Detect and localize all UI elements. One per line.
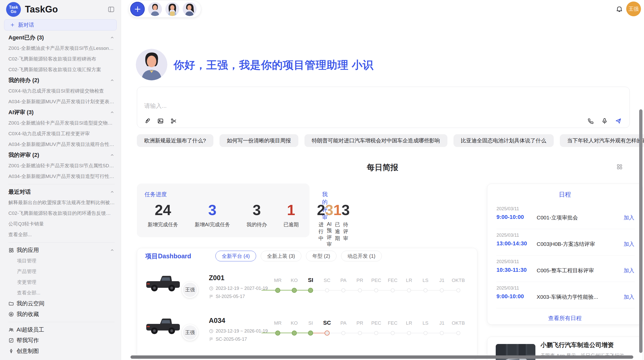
- recent-chat-item[interactable]: C02-飞腾新能源轻客改款项目的闭环通告反馈情况: [8, 208, 115, 219]
- section-header[interactable]: 我的评审 (2): [8, 150, 115, 160]
- suggestion-chip[interactable]: 当下年轻人对汽车外观有怎样的喜好趋势: [560, 134, 644, 147]
- avatar[interactable]: [165, 2, 179, 16]
- recent-header[interactable]: 最近对话: [8, 187, 115, 197]
- milestone: FEC: [385, 271, 401, 301]
- app-link[interactable]: 变更管理: [8, 277, 115, 288]
- folder-icon: [8, 301, 14, 306]
- chevron-up-icon[interactable]: [110, 78, 115, 83]
- recent-view-all[interactable]: 查看全部...: [8, 229, 115, 240]
- app-link[interactable]: 项目管理: [8, 256, 115, 266]
- layout-grid-icon[interactable]: [616, 163, 623, 170]
- chevron-up-icon[interactable]: [110, 153, 115, 158]
- drawing-row[interactable]: 创意制图: [8, 346, 115, 356]
- stat: 1 已逾期: [333, 202, 342, 248]
- stat: 2 进行中: [317, 202, 325, 248]
- project-dates: 2023-12-19 ~ 2027-01-19: [209, 286, 268, 291]
- avatar[interactable]: [183, 2, 197, 16]
- bell-icon[interactable]: [616, 5, 623, 13]
- dashboard-tab[interactable]: 年型 (2): [306, 251, 336, 261]
- milestone-dot: [456, 288, 460, 292]
- suggestion-chip[interactable]: 如何写一份清晰的项目周报: [219, 134, 298, 147]
- milestone-dot: [407, 331, 411, 335]
- section-title: AI评审 (3): [8, 109, 34, 116]
- project-row[interactable]: 王强 A034 2023-12-19 ~ 2026-01-19 SC-2025-…: [145, 313, 475, 356]
- chevron-up-icon[interactable]: [110, 248, 115, 253]
- recent-title: 最近对话: [8, 188, 31, 196]
- my-apps-row[interactable]: 我的应用: [8, 245, 115, 256]
- milestone-label: LR: [401, 278, 417, 283]
- milestone: J1: [434, 313, 450, 344]
- section-header[interactable]: Agent已办 (3): [8, 32, 115, 43]
- sidebar-task-item[interactable]: A034-全新新能源MUV产品开发项目造型可行性评审: [8, 171, 115, 182]
- stat-value: 3: [342, 202, 350, 218]
- sidebar-task-item[interactable]: Z001-全新燃油皮卡产品开发项目SI节点Lesson Learn报告: [8, 43, 115, 54]
- vertical-scrollbar[interactable]: [639, 109, 642, 353]
- image-icon[interactable]: [157, 117, 164, 125]
- milestone-dot: [341, 331, 345, 335]
- chat-input[interactable]: [144, 100, 551, 111]
- microphone-icon[interactable]: [601, 117, 608, 125]
- new-chat-button[interactable]: 新对话: [4, 19, 117, 31]
- sidebar: Task Go TaskGo 新对话 Agent已办 (3): [0, 0, 121, 360]
- suggestion-chips: 欧洲新规最近颁布了什么?如何写一份清晰的项目周报特朗普可能对进口汽车增税会对中国…: [137, 134, 644, 147]
- apps-view-all[interactable]: 查看全部...: [8, 288, 115, 298]
- sidebar-task-item[interactable]: C02-飞腾新能源轻客改款项目立项汇报方案: [8, 64, 115, 75]
- view-all-schedule-link[interactable]: 查看所有日程: [487, 314, 642, 322]
- brief-stat-cards: 任务进度 24 新增完成任务 3 新增AI完成任务 3 我的待办 1: [137, 184, 477, 237]
- project-flag: SC-2025-05-17: [209, 337, 247, 342]
- add-session-button[interactable]: [130, 2, 145, 16]
- ai-staff-row[interactable]: AI超级员工: [8, 324, 115, 335]
- sidebar-task-item[interactable]: C0X4-动力总成开发项目SI里程碑提交物检查: [8, 86, 115, 96]
- horizontal-scrollbar[interactable]: [130, 355, 633, 359]
- sidebar-task-item[interactable]: C02-飞腾新能源轻客改款项目里程碑画布: [8, 54, 115, 64]
- chevron-up-icon[interactable]: [110, 35, 115, 40]
- app-link[interactable]: 产品管理: [8, 266, 115, 277]
- dashboard-tab[interactable]: 全新平台 (4): [215, 251, 256, 261]
- chevron-up-icon[interactable]: [110, 189, 115, 194]
- suggestion-chip[interactable]: 欧洲新规最近颁布了什么?: [137, 134, 213, 147]
- milestone: PEC: [368, 313, 385, 344]
- schedule-event-title: C005-整车工程目标评审: [537, 267, 603, 274]
- chevron-up-icon[interactable]: [110, 110, 115, 115]
- writing-row[interactable]: 帮我写作: [8, 335, 115, 346]
- avatar[interactable]: [148, 2, 162, 16]
- join-link[interactable]: 加入: [624, 293, 634, 301]
- user-avatar[interactable]: 王强: [626, 2, 641, 16]
- join-link[interactable]: 加入: [624, 241, 634, 248]
- apps-items: 项目管理产品管理变更管理: [8, 256, 115, 288]
- stat: 3 待评审: [342, 202, 350, 248]
- recent-chat-item[interactable]: 解释最新出台的欧盟报废车法规再生塑料比例被调至15%...: [8, 197, 115, 208]
- sidebar-collapse-icon[interactable]: [108, 6, 115, 13]
- join-link[interactable]: 加入: [624, 267, 634, 274]
- sidebar-task-item[interactable]: Z001-全新燃油轻卡产品开发项目SI节点属性5D文件评审: [8, 160, 115, 171]
- phone-icon[interactable]: [587, 117, 594, 125]
- section-header[interactable]: AI评审 (3): [8, 107, 115, 118]
- sidebar-task-item[interactable]: Z001-全新燃油轻卡产品开发项目SI造型提交物评审: [8, 118, 115, 128]
- milestone-label: J1: [434, 320, 450, 326]
- scissors-icon[interactable]: [170, 117, 177, 125]
- milestone-track: MR KO SI: [270, 271, 466, 301]
- stat-card-title: 任务进度: [144, 191, 167, 198]
- project-row[interactable]: 王强 Z001 2023-12-19 ~ 2027-01-19 SI-2025-…: [145, 271, 475, 313]
- paperclip-icon[interactable]: [144, 117, 151, 125]
- favorites-row[interactable]: 我的收藏: [8, 309, 115, 320]
- recent-chat-item[interactable]: 公司Q3轻卡销量: [8, 219, 115, 229]
- sidebar-task-item[interactable]: A034-全新新能源MUV产品开发项目计划变更表编写: [8, 96, 115, 107]
- sidebar-task-item[interactable]: C0X4-动力总成开发项目工程变更评审: [8, 128, 115, 139]
- apps-section: 我的应用 项目管理产品管理变更管理 查看全部... 我的云空间 我的收藏: [8, 245, 115, 320]
- schedule-item: 2025/03/11 10:30-11:30 C005-整车工程目标评审 加入: [496, 256, 635, 282]
- dashboard-tab[interactable]: 动总开发 (1): [341, 251, 382, 261]
- section-header[interactable]: 我的待办 (2): [8, 75, 115, 86]
- send-icon[interactable]: [615, 117, 622, 125]
- sidebar-task-item[interactable]: A034-全新新能源MUV产品开发项目法规符合性评审: [8, 139, 115, 150]
- milestone: SC: [319, 271, 335, 301]
- cloud-space-row[interactable]: 我的云空间: [8, 298, 115, 309]
- suggestion-chip[interactable]: 比亚迪全固态电池计划具体说了什么: [453, 134, 554, 147]
- schedule-date: 2025/03/11: [496, 233, 519, 238]
- suggestion-chip[interactable]: 特朗普可能对进口汽车增税会对中国车企造成哪些影响: [304, 134, 447, 147]
- milestone-connector: [393, 290, 409, 291]
- dashboard-tab[interactable]: 全新上装 (3): [261, 251, 301, 261]
- milestone-dot: [308, 331, 313, 336]
- join-link[interactable]: 加入: [624, 214, 634, 221]
- logo-line2: Go: [11, 9, 16, 14]
